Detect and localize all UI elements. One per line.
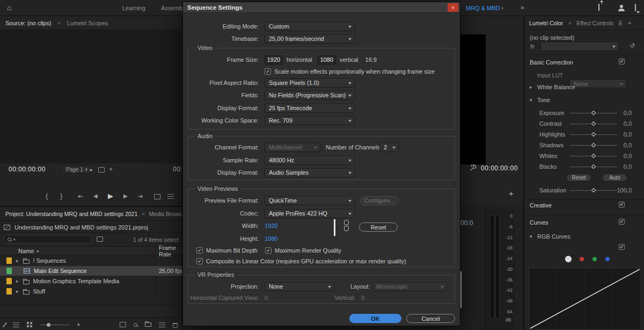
projection-dropdown[interactable]: None (265, 282, 334, 291)
bin-row-stuff[interactable]: ▸ Stuff (0, 286, 182, 296)
slider-handle[interactable] (591, 164, 596, 169)
display-format-dropdown[interactable]: 25 fps Timecode (265, 104, 355, 113)
wrench-icon[interactable] (469, 164, 477, 173)
find-icon[interactable] (134, 323, 137, 327)
insert-icon[interactable] (154, 194, 160, 199)
dialog-titlebar[interactable]: Sequence Settings (183, 2, 460, 13)
goto-out-icon[interactable]: ⇥ (137, 193, 143, 199)
preview-height-value[interactable]: 1080 (265, 235, 277, 242)
source-timecode[interactable]: 00:00:00:00 (9, 166, 46, 173)
auto-button[interactable]: Auto (602, 174, 627, 182)
luma-channel-dot[interactable] (565, 256, 572, 262)
preset-dropdown[interactable] (540, 42, 619, 51)
label-chip[interactable] (6, 257, 12, 264)
slider-value[interactable]: 0,0 (624, 131, 632, 138)
sample-rate-dropdown[interactable]: 48000 Hz (265, 156, 355, 165)
slider-value[interactable]: 0,0 (624, 120, 632, 127)
link-width-height-icon[interactable] (344, 220, 349, 231)
slider-handle[interactable] (591, 111, 596, 115)
zoom-slider[interactable] (40, 325, 70, 325)
chevron-right-icon[interactable]: ▸ (16, 289, 19, 294)
section-basic-correction[interactable]: Basic Correction (530, 59, 573, 66)
tab-source[interactable]: Source: (no clips) (5, 20, 52, 26)
section-creative[interactable]: Creative (530, 202, 552, 209)
tone-chevron-icon[interactable]: ▾ (530, 98, 532, 103)
project-panel-menu-icon[interactable]: ≡ (142, 211, 144, 217)
section-curves[interactable]: Curves (530, 219, 548, 226)
play-icon[interactable]: ▶ (108, 192, 113, 199)
creative-checkbox[interactable] (619, 202, 625, 207)
program-timecode[interactable]: 00:00:00:00 (481, 164, 518, 172)
basic-correction-checkbox[interactable] (619, 59, 625, 64)
source-zoom-icon[interactable]: ▸ (90, 167, 93, 173)
button-editor-plus-icon[interactable]: + (509, 189, 514, 197)
rgb-curves-chevron-icon[interactable]: ▾ (530, 234, 532, 239)
slider-value[interactable]: 0,0 (624, 153, 632, 159)
fields-dropdown[interactable]: No Fields (Progressive Scan) (265, 91, 355, 100)
chevron-right-icon[interactable]: ▸ (16, 279, 19, 284)
tab-media-browser[interactable]: Media Browser (149, 211, 181, 217)
slider-value[interactable]: 0,0 (624, 142, 632, 148)
slider-handle[interactable] (591, 143, 596, 147)
slider-value[interactable]: 0,0 (624, 110, 632, 116)
preview-file-format-dropdown[interactable]: QuickTime (265, 196, 355, 205)
project-item-row[interactable]: Understanding MRQ and MBD settings 2021.… (0, 222, 182, 233)
frame-height-input[interactable]: 1080 (318, 55, 336, 64)
new-bin-icon[interactable] (145, 322, 151, 327)
home-icon[interactable]: ⌂ (7, 4, 11, 11)
step-back-icon[interactable]: ◀ (93, 193, 98, 199)
sort-icon[interactable]: ▾ (77, 322, 80, 327)
chat-icon[interactable] (635, 4, 636, 11)
filter-bin-icon[interactable] (97, 236, 103, 242)
reset-button[interactable]: Reset (566, 174, 591, 182)
workspace-tab-learning[interactable]: Learning (122, 5, 145, 11)
workspace-overflow-icon[interactable]: » (521, 4, 524, 11)
source-panel-menu-icon[interactable]: ≡ (58, 20, 61, 26)
rgb-curve-editor[interactable] (529, 268, 641, 330)
tab-lumetri-color[interactable]: Lumetri Color (529, 20, 563, 26)
label-chip[interactable] (6, 278, 12, 284)
lumetri-panel-menu-icon[interactable]: ≡ (568, 20, 571, 26)
frame-width-input[interactable]: 1920 (265, 55, 283, 64)
audio-display-format-dropdown[interactable]: Audio Samples (265, 168, 355, 177)
export-icon[interactable] (598, 4, 599, 11)
icon-view-icon[interactable] (27, 322, 29, 324)
scale-motion-checkbox[interactable] (265, 68, 271, 75)
bin-row-sequences[interactable]: ▸ ! Sequences (0, 256, 182, 266)
reset-effect-icon[interactable]: ↺ (630, 42, 635, 49)
workspace-tab-active[interactable]: MRQ & MBD (466, 5, 500, 11)
delete-icon[interactable] (173, 323, 178, 328)
page-selector[interactable]: Page 1▾ (62, 166, 91, 174)
column-frame-rate[interactable]: Frame Rate (159, 245, 182, 257)
label-chip[interactable] (6, 288, 12, 295)
working-color-space-dropdown[interactable]: Rec. 709 (265, 116, 355, 125)
max-render-quality-checkbox[interactable] (265, 247, 272, 254)
mark-out-icon[interactable]: } (60, 192, 62, 199)
search-box[interactable]: ▾ (4, 235, 92, 243)
editing-mode-dropdown[interactable]: Custom (265, 22, 355, 31)
slider-handle[interactable] (591, 132, 596, 137)
source-settings-icon[interactable]: + (109, 166, 113, 173)
timeline-scrollbar[interactable] (460, 271, 462, 308)
composite-linear-checkbox[interactable] (196, 258, 203, 264)
tab-lumetri-scopes[interactable]: Lumetri Scopes (67, 20, 108, 26)
source-grid-icon[interactable] (98, 167, 105, 173)
export-frame-icon[interactable] (167, 194, 174, 199)
bin-row-mogrt[interactable]: ▸ Motion Graphics Template Media (0, 276, 182, 286)
blue-channel-dot[interactable] (605, 257, 610, 261)
input-lut-dropdown[interactable]: None (569, 80, 626, 88)
slider-value[interactable]: 100,0 (617, 187, 632, 193)
tab-effect-controls[interactable]: Effect Controls (576, 20, 613, 26)
slider-handle[interactable] (591, 188, 596, 192)
white-balance-chevron-icon[interactable]: ▸ (530, 85, 532, 90)
green-channel-dot[interactable] (592, 257, 597, 261)
preview-reset-button[interactable]: Reset (359, 223, 398, 232)
slider-handle[interactable] (591, 154, 596, 158)
goto-in-icon[interactable]: ⇤ (78, 193, 83, 199)
panel-overflow-icon[interactable]: » (628, 20, 631, 26)
column-name[interactable]: Name (18, 248, 34, 254)
close-icon[interactable]: × (448, 3, 458, 12)
new-item-icon[interactable] (159, 322, 165, 327)
red-channel-dot[interactable] (580, 257, 584, 261)
curves-checkbox[interactable] (619, 219, 625, 225)
